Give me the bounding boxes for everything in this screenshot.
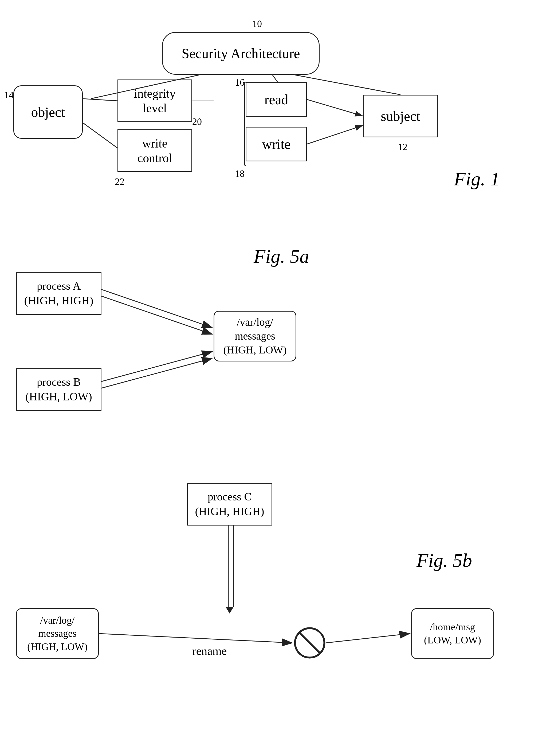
homemsg-box: /home/msg(LOW, LOW) <box>411 608 494 659</box>
label-10: 10 <box>252 18 262 29</box>
fig5a-diagram: Fig. 5a process A(HIGH, HIGH) process B(… <box>0 240 558 448</box>
fig5b-svg <box>0 475 558 736</box>
svg-line-6 <box>307 100 363 116</box>
sa-label: Security Architecture <box>181 46 300 61</box>
varlog2-box: /var/log/messages(HIGH, LOW) <box>16 608 99 659</box>
fig5b-diagram: Fig. 5b process C(HIGH, HIGH) /var/log/m… <box>0 475 558 736</box>
processC-box: process C(HIGH, HIGH) <box>187 483 272 525</box>
svg-marker-21 <box>226 607 234 614</box>
svg-line-2 <box>294 75 401 95</box>
label-22: 22 <box>115 176 124 187</box>
processC-label: process C(HIGH, HIGH) <box>195 489 264 519</box>
label-14: 14 <box>4 89 14 101</box>
processA-box: process A(HIGH, HIGH) <box>16 272 101 315</box>
varlog-label: /var/log/messages(HIGH, LOW) <box>223 315 287 357</box>
svg-line-13 <box>101 290 212 328</box>
varlog2-label: /var/log/messages(HIGH, LOW) <box>27 614 87 653</box>
object-label: object <box>31 104 65 120</box>
varlog-box: /var/log/messages(HIGH, LOW) <box>213 311 296 361</box>
svg-line-4 <box>83 123 118 148</box>
svg-line-16 <box>101 358 212 388</box>
rename-label: rename <box>192 644 227 658</box>
processB-label: process B(HIGH, LOW) <box>25 375 92 404</box>
integrity-label: integritylevel <box>134 86 176 115</box>
subject-box: subject <box>363 95 438 137</box>
label-16: 16 <box>235 77 245 88</box>
integrity-level-box: integritylevel <box>118 80 192 122</box>
svg-line-23 <box>326 633 410 643</box>
svg-line-1 <box>272 75 278 82</box>
homemsg-label: /home/msg(LOW, LOW) <box>424 620 481 647</box>
security-architecture-box: Security Architecture <box>162 32 320 75</box>
label-18: 18 <box>235 168 245 179</box>
label-20: 20 <box>192 116 202 127</box>
processB-box: process B(HIGH, LOW) <box>16 368 101 411</box>
fig1-diagram: 10 Security Architecture 14 object integ… <box>0 11 558 219</box>
read-box: read <box>246 82 307 117</box>
svg-line-22 <box>99 633 293 643</box>
svg-line-14 <box>101 296 212 334</box>
svg-line-15 <box>101 352 212 381</box>
fig1-caption: Fig. 1 <box>454 168 500 190</box>
write-control-box: writecontrol <box>118 129 192 172</box>
svg-line-3 <box>83 99 118 101</box>
object-box: object <box>14 85 83 139</box>
read-label: read <box>264 92 288 108</box>
label-12: 12 <box>398 141 407 153</box>
processA-label: process A(HIGH, HIGH) <box>24 279 94 308</box>
writecontrol-label: writecontrol <box>137 136 172 165</box>
no-symbol-icon <box>294 627 326 659</box>
fig5b-caption: Fig. 5b <box>416 549 472 572</box>
fig5a-caption: Fig. 5a <box>254 245 309 268</box>
write-box: write <box>246 127 307 161</box>
subject-label: subject <box>381 108 420 124</box>
svg-line-7 <box>307 125 363 144</box>
write-label: write <box>262 136 291 152</box>
